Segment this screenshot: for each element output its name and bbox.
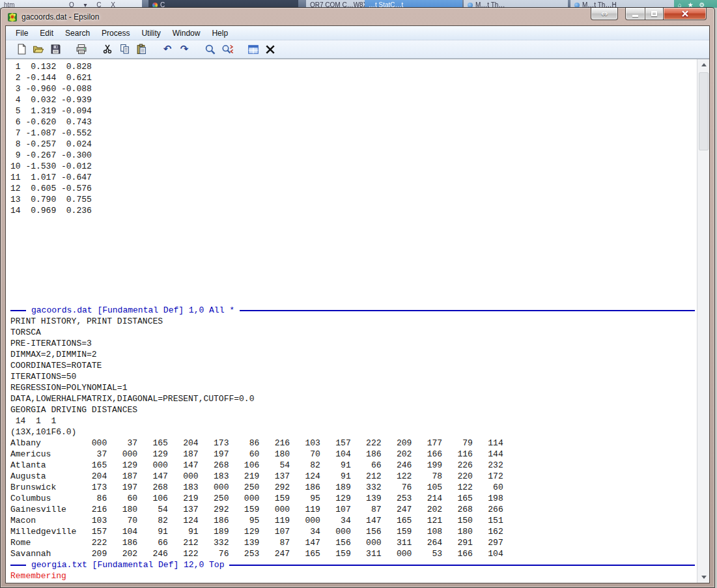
mode-line-rule [10,310,26,311]
paste-clipboard-icon [135,44,147,55]
buffer-lines[interactable]: 1 0.132 0.828 2 -0.144 0.621 3 -0.960 -0… [6,59,697,583]
paste-button[interactable] [134,42,149,57]
buffer-line [10,216,697,227]
buffer-line: Milledgeville 157 104 91 91 189 129 107 … [10,526,697,537]
buffer-line: 10 -1.530 -0.012 [10,161,697,172]
title-bar[interactable]: gacoords.dat - Epsilon ⇔ [1,8,714,25]
menu-window[interactable]: Window [167,27,206,39]
buffer-line: 3 -0.960 -0.088 [10,83,697,94]
open-file-button[interactable] [31,42,46,57]
buffer-line: Brunswick 173 197 268 183 000 250 292 18… [10,482,697,493]
buffer-list-button[interactable] [246,42,261,57]
toolbar: ↶ ↷ [6,40,709,59]
buffer-line [10,272,697,283]
menu-edit[interactable]: Edit [34,27,59,39]
epsilon-app-icon [7,12,18,22]
buffer-line [10,249,697,260]
mode-line-rule [10,565,26,566]
scroll-down-button[interactable] [697,572,710,583]
menu-search[interactable]: Search [59,27,96,39]
minimize-button[interactable] [625,8,645,20]
buffer-line: 6 -0.620 0.743 [10,117,697,128]
buffer-line: 14 0.969 0.236 [10,205,697,216]
print-button[interactable] [74,42,89,57]
menu-help[interactable]: Help [206,27,234,39]
buffer-line: 2 -0.144 0.621 [10,72,697,83]
buffer-line: Columbus 86 60 106 219 250 000 159 95 12… [10,493,697,504]
buffer-line [10,283,697,294]
cut-button[interactable] [100,42,115,57]
window-title: gacoords.dat - Epsilon [21,12,99,21]
mode-line[interactable]: gacoords.dat [Fundamental Def] 1,0 All * [10,305,697,316]
mode-line-text: georgia.txt [Fundamental Def] 12,0 Top [31,559,224,570]
magnifier-arrows-icon [221,44,234,55]
open-folder-icon [33,44,44,55]
delete-x-icon [265,44,275,55]
buffer-line: GEORGIA DRIVING DISTANCES [10,404,697,415]
vertical-scrollbar[interactable] [697,59,709,583]
buffer-line: DIMMAX=2,DIMMIN=2 [10,349,697,360]
copy-button[interactable] [117,42,132,57]
status-message: Remembering [10,570,697,581]
buffer-line: 11 1.017 -0.647 [10,172,697,183]
buffer-line: (13X,101F6.0) [10,427,697,438]
buffer-line: 7 -1.087 -0.552 [10,128,697,139]
undo-button[interactable]: ↶ [160,42,175,57]
search-button[interactable] [203,42,218,57]
undo-icon: ↶ [163,44,172,54]
buffer-line: 9 -0.267 -0.300 [10,150,697,161]
scroll-up-icon [701,63,707,66]
redo-icon: ↷ [180,44,189,54]
search-again-button[interactable] [219,42,235,57]
buffer-line [10,294,697,305]
buffer-line: 5 1.319 -0.094 [10,105,697,117]
buffer-line: PRINT HISTORY, PRINT DISTANCES [10,316,697,327]
buffer-line: Savannah 209 202 246 122 76 253 247 165 … [10,548,697,559]
window-client-area: File Edit Search Process Utility Window … [5,25,710,583]
scissors-icon [102,44,113,55]
buffer-line: Augusta 204 187 147 000 183 219 137 124 … [10,471,697,482]
buffer-line: 1 0.132 0.828 [10,61,697,72]
mode-line-text: gacoords.dat [Fundamental Def] 1,0 All * [31,305,234,316]
redo-button[interactable]: ↷ [176,42,192,57]
resize-arrow-icon: ⇔ [601,9,608,18]
buffer-line [10,227,697,238]
buffer-line [10,238,697,249]
scroll-up-button[interactable] [697,59,710,70]
editor-area: 1 0.132 0.828 2 -0.144 0.621 3 -0.960 -0… [6,59,709,583]
buffer-line: REGRESSION=POLYNOMIAL=1 [10,382,697,393]
save-file-button[interactable] [48,42,63,57]
buffer-line [10,260,697,272]
copy-icon [119,44,130,55]
buffer-line: Atlanta 165 129 000 147 268 106 54 82 91… [10,460,697,471]
printer-icon [76,44,87,55]
buffer-window-icon [247,44,259,55]
buffer-line: Macon 103 70 82 124 186 95 119 000 34 14… [10,515,697,526]
maximize-icon [651,11,657,16]
menu-bar: File Edit Search Process Utility Window … [6,26,709,40]
mode-line-rule [240,310,695,311]
new-file-button[interactable] [14,42,29,57]
resize-arrow-button[interactable]: ⇔ [591,8,618,20]
menu-utility[interactable]: Utility [135,27,166,39]
save-floppy-icon [50,44,61,55]
menu-file[interactable]: File [10,27,34,39]
buffer-line: DATA,LOWERHALFMATRIX,DIAGONAL=PRESENT,CU… [10,393,697,404]
buffer-line: Rome 222 186 66 212 332 139 87 147 156 0… [10,537,697,548]
buffer-line: 14 1 1 [10,415,697,427]
buffer-line: 12 0.605 -0.576 [10,183,697,194]
buffer-line: Albany 000 37 165 204 173 86 216 103 157… [10,438,697,449]
close-icon [681,10,689,18]
buffer-line: COORDINATES=ROTATE [10,360,697,371]
buffer-line: TORSCA [10,327,697,338]
scrollbar-thumb[interactable] [699,72,709,150]
close-button[interactable] [664,8,707,20]
mode-line[interactable]: georgia.txt [Fundamental Def] 12,0 Top [10,559,697,570]
maximize-button[interactable] [645,8,664,20]
menu-process[interactable]: Process [96,27,135,39]
mode-line-rule [229,565,695,566]
buffer-line: 13 0.790 0.755 [10,194,697,205]
buffer-line: 8 -0.257 0.024 [10,139,697,150]
delete-button[interactable] [262,42,278,57]
buffer-line: Gainesville 216 180 54 137 292 159 000 1… [10,504,697,515]
